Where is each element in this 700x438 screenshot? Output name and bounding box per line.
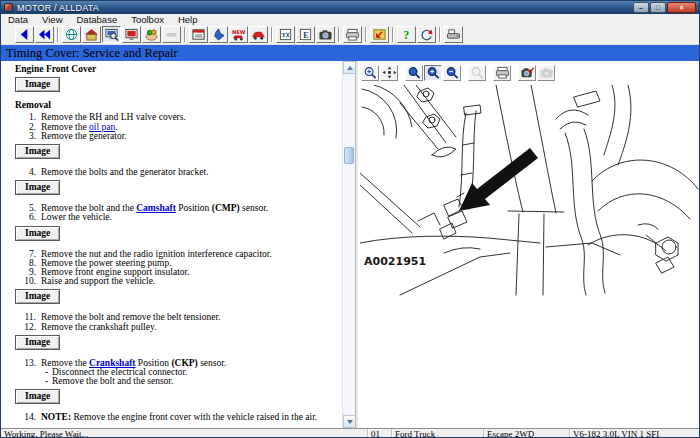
toolbar-separator <box>439 27 441 42</box>
step-number: 3. <box>15 132 41 141</box>
tsb-display-button[interactable] <box>122 26 141 43</box>
vertical-scrollbar[interactable] <box>342 61 355 428</box>
step-text-segment: sensor. <box>198 358 227 368</box>
triangle-up-icon <box>347 66 353 70</box>
menu-bar: DataViewDatabaseToolboxHelp <box>1 14 699 25</box>
doc-ts-icon: T <box>278 28 293 41</box>
parts-prices-button[interactable] <box>142 26 161 43</box>
back-all-button[interactable] <box>35 26 54 43</box>
labor-guide-button[interactable] <box>209 26 228 43</box>
step-text-segment: Lower the vehicle. <box>41 212 112 222</box>
image-button[interactable]: Image <box>15 180 60 195</box>
status-bar: Working, Please Wait...01Ford TruckEscap… <box>1 428 699 438</box>
export-button[interactable] <box>370 26 389 43</box>
step-number: 8. <box>15 259 41 268</box>
close-button[interactable]: × <box>667 2 696 13</box>
status-field-3: Escape 2WD <box>484 429 570 438</box>
step-list: 7.Remove the nut and the radio ignition … <box>15 250 342 287</box>
monitor-zoom-icon <box>104 28 119 41</box>
minimize-button[interactable]: – <box>633 2 649 13</box>
image-view-button[interactable] <box>316 26 335 43</box>
arrow-left-icon <box>17 28 32 41</box>
zoom-window-button[interactable] <box>424 65 442 81</box>
printer-icon <box>495 66 510 79</box>
vehicle-repair-button[interactable] <box>249 26 268 43</box>
svg-text:?: ? <box>403 28 409 41</box>
step-list: 1.Remove the RH and LH valve covers.2.Re… <box>15 113 342 141</box>
dash-icon <box>164 28 179 41</box>
zoom-dynamic-button[interactable] <box>405 65 423 81</box>
step-list: 5.Remove the bolt and the Camshaft Posit… <box>15 204 342 222</box>
sub-step-marker: - <box>45 377 52 386</box>
zoom-previous-button <box>468 65 486 81</box>
app-icon <box>4 3 13 12</box>
step-number: 6. <box>15 213 41 222</box>
copy-image-button[interactable] <box>518 65 536 81</box>
svg-text:E: E <box>303 31 309 40</box>
main-toolbar: NEWTE? <box>1 25 699 45</box>
maximize-button[interactable]: □ <box>650 2 666 13</box>
vehicle-home-button[interactable] <box>82 26 101 43</box>
step-list: 13.Remove the Crankshaft Position (CKP) … <box>15 359 342 387</box>
menu-view[interactable]: View <box>35 14 69 25</box>
step-row: 4.Remove the bolts and the generator bra… <box>15 168 342 177</box>
sub-step-text: Remove the bolt and the sensor. <box>52 377 173 386</box>
procedure-link[interactable]: Camshaft <box>136 203 176 213</box>
engine-diagram <box>360 85 700 325</box>
step-number: 4. <box>15 168 41 177</box>
repair-manual-button[interactable] <box>189 26 208 43</box>
window-title: MOTOR / ALLDATA <box>17 3 99 13</box>
image-button[interactable]: Image <box>15 289 60 304</box>
status-message: Working, Please Wait... <box>1 429 368 438</box>
unavailable-tool-button <box>162 26 181 43</box>
menu-help[interactable]: Help <box>171 14 205 25</box>
pan-button[interactable] <box>380 65 398 81</box>
print-button[interactable] <box>343 26 362 43</box>
image-button[interactable]: Image <box>15 144 60 159</box>
globe-icon <box>64 28 79 41</box>
zoom-out-button[interactable] <box>443 65 461 81</box>
back-button[interactable] <box>15 26 34 43</box>
scroll-up-button[interactable] <box>343 61 355 74</box>
vehicle-info-button[interactable] <box>102 26 121 43</box>
step-text: Remove the crankshaft pulley. <box>41 323 342 332</box>
step-list: 14.NOTE: Remove the engine front cover w… <box>15 413 342 422</box>
app-window: MOTOR / ALLDATA –□× DataViewDatabaseTool… <box>0 0 700 438</box>
image-button-row: Image <box>15 180 342 195</box>
diagram-figure[interactable]: A0021951 <box>360 85 700 325</box>
step-number: 7. <box>15 250 41 259</box>
image-button[interactable]: Image <box>15 389 60 404</box>
section-heading: Removal <box>15 101 342 110</box>
toolbar-separator <box>57 27 59 42</box>
menu-data[interactable]: Data <box>1 14 35 25</box>
printer-icon <box>345 28 360 41</box>
window-controls: –□× <box>632 2 696 13</box>
fax-button[interactable] <box>444 26 463 43</box>
menu-toolbox[interactable]: Toolbox <box>124 14 171 25</box>
image-button[interactable]: Image <box>15 226 60 241</box>
arrow-left-double-icon <box>37 28 52 41</box>
technical-text-button[interactable]: T <box>276 26 295 43</box>
image-button[interactable]: Image <box>15 335 60 350</box>
step-text-segment: NOTE: <box>41 412 71 422</box>
figure-label: A0021951 <box>364 255 426 268</box>
history-button[interactable] <box>62 26 81 43</box>
doc-e-icon: E <box>298 28 313 41</box>
toolbar-separator <box>184 27 186 42</box>
help-button[interactable]: ? <box>397 26 416 43</box>
estimate-text-button[interactable]: E <box>296 26 315 43</box>
scrollbar-thumb[interactable] <box>344 147 354 164</box>
new-vehicle-button[interactable]: NEW <box>229 26 248 43</box>
sub-step-row: -Remove the bolt and the sensor. <box>15 377 342 386</box>
book-icon <box>191 28 206 41</box>
step-row: 12.Remove the crankshaft pulley. <box>15 323 342 332</box>
step-text: Remove the bolts and the generator brack… <box>41 168 342 177</box>
print-image-button[interactable] <box>493 65 511 81</box>
step-list: 11.Remove the bolt and remove the belt t… <box>15 313 342 331</box>
scroll-down-button[interactable] <box>343 415 355 428</box>
zoom-in-button[interactable] <box>361 65 379 81</box>
menu-database[interactable]: Database <box>70 14 125 25</box>
image-button[interactable]: Image <box>15 77 60 92</box>
refresh-button[interactable] <box>417 26 436 43</box>
step-text-segment: sensor. <box>240 203 269 213</box>
